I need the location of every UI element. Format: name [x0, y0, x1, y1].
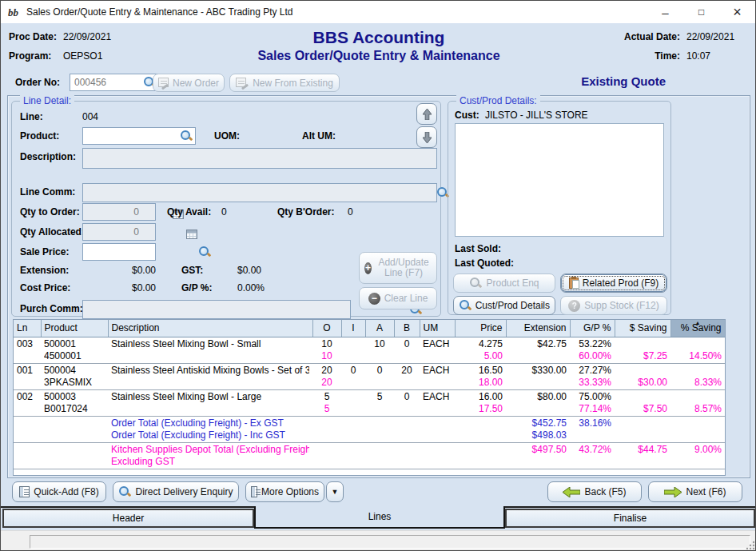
extension-value: $0.00 [106, 265, 156, 276]
more-options-dropdown-button[interactable]: ▼ [326, 481, 344, 502]
cell-um: EACH [420, 389, 455, 416]
program-label: Program: [9, 50, 51, 62]
qty-allocated-label: Qty Allocated: [20, 226, 85, 238]
col-header-gp[interactable]: G/P % [570, 320, 615, 337]
direct-delivery-enquiry-button[interactable]: Direct Delivery Enquiry [113, 481, 239, 502]
description-input[interactable] [82, 148, 437, 169]
col-header-a[interactable]: A [365, 320, 394, 337]
qty-avail-label: Qty Avail: [167, 206, 211, 218]
col-header-product[interactable]: Product [41, 320, 108, 337]
actual-date-value: 22/09/2021 [686, 31, 749, 42]
gp-value: 0.00% [237, 282, 265, 293]
cell-saving-percent [670, 416, 725, 442]
col-header-saving-dollar[interactable]: $ Saving [615, 320, 670, 337]
cell-b: 0 [394, 389, 420, 416]
cell-um [420, 442, 455, 469]
new-from-existing-button[interactable]: New From Existing [229, 74, 340, 92]
col-header-description[interactable]: Description [108, 320, 312, 337]
col-header-o[interactable]: O [312, 320, 341, 337]
line-comm-input[interactable] [82, 183, 437, 202]
col-header-b[interactable]: B [394, 320, 420, 337]
window-title: Sales Order/Quote Entry & Maintenance - … [26, 6, 293, 18]
next-button[interactable]: Next (F6) [648, 481, 742, 502]
new-document-icon [158, 78, 169, 88]
app-window: bb Sales Order/Quote Entry & Maintenance… [0, 0, 756, 551]
chevron-down-icon: ▼ [332, 488, 339, 496]
cell-o: 2020 [312, 363, 341, 389]
search-icon [469, 277, 482, 289]
cell-saving-percent: 8.33% [670, 363, 725, 389]
cell-gp: 75.00%77.14% [570, 389, 615, 416]
new-order-button[interactable]: New Order [153, 74, 225, 92]
qty-allocated-input[interactable] [82, 223, 156, 241]
col-header-saving-percent[interactable]: ▲% Saving [670, 320, 725, 337]
cell-a: 5 [365, 389, 394, 416]
minimize-button[interactable]: – [647, 1, 683, 23]
total-row: Kitchen Supplies Depot Total (Excluding … [14, 442, 725, 469]
line-row[interactable]: 002500003B0017024Stainless Steel Mixing … [14, 389, 725, 416]
purch-comm-input[interactable] [82, 300, 351, 319]
clear-line-button[interactable]: − Clear Line [359, 287, 437, 309]
cust-prod-details-box [455, 123, 664, 237]
resize-grip[interactable] [746, 541, 755, 550]
line-up-button[interactable] [416, 103, 437, 125]
checklist-icon [251, 486, 257, 497]
cell-price: 16.5018.00 [455, 363, 506, 389]
supp-stock-button[interactable]: ? Supp Stock (F12) [560, 296, 667, 315]
product-search-icon[interactable] [180, 130, 193, 142]
close-button[interactable]: × [719, 1, 755, 23]
plus-circle-icon: + [364, 262, 372, 274]
line-row[interactable]: 0015000043PKASMIXStainless Steel Antiski… [14, 363, 725, 389]
cell-extension: $330.00 [506, 363, 570, 389]
sale-price-search-icon[interactable] [198, 246, 211, 258]
more-options-button[interactable]: More Options [245, 481, 324, 502]
col-header-ln[interactable]: Ln [14, 320, 41, 337]
qty-to-order-input[interactable] [82, 203, 156, 221]
clipboard-icon [569, 277, 579, 289]
cell-a [365, 442, 394, 469]
left-arrow-icon [563, 487, 580, 497]
product-enq-button[interactable]: Product Enq [453, 274, 555, 293]
cell-product: 5000043PKASMIX [41, 363, 108, 389]
cell-gp: 43.72% [570, 442, 615, 469]
quick-add-button[interactable]: Quick-Add (F8) [12, 481, 106, 502]
cell-i [341, 416, 365, 442]
cell-gp: 53.22%60.00% [570, 337, 615, 363]
product-label: Product: [20, 130, 59, 142]
maximize-button[interactable]: □ [683, 1, 719, 23]
cell-b: 20 [394, 363, 420, 389]
product-input[interactable] [82, 127, 196, 145]
col-header-i[interactable]: I [341, 320, 365, 337]
tab-header[interactable]: Header [2, 509, 254, 528]
add-update-line-button[interactable]: + Add/Update Line (F7) [359, 252, 437, 284]
tab-lines[interactable]: Lines [254, 506, 505, 529]
cost-price-value: $0.00 [106, 282, 156, 293]
back-button[interactable]: Back (F5) [547, 481, 642, 502]
sort-ascending-icon: ▲ [671, 320, 725, 325]
cust-prod-details-button[interactable]: Cust/Prod Details [453, 296, 555, 315]
cell-price [455, 442, 506, 469]
cell-description: Stainless Steel Mixing Bowl - Small [108, 337, 312, 363]
cell-b [394, 442, 420, 469]
tab-finalise[interactable]: Finalise [505, 509, 755, 528]
sale-price-input[interactable] [82, 243, 156, 261]
related-prod-button[interactable]: Related Prod (F9) [560, 274, 667, 293]
col-header-um[interactable]: UM [420, 320, 455, 337]
cell-b: 0 [394, 337, 420, 363]
col-header-price[interactable]: Price [455, 320, 506, 337]
status-bar [1, 530, 756, 551]
cell-saving-percent: 14.50% [670, 337, 725, 363]
cell-extension: $80.00 [506, 389, 570, 416]
cust-value: JILSTO - JILL'S STORE [485, 110, 588, 121]
line-down-button[interactable] [416, 126, 437, 148]
line-row[interactable]: 0035000014500001Stainless Steel Mixing B… [14, 337, 725, 363]
cell-saving-percent: 9.00% [670, 442, 725, 469]
purch-comm-label: Purch Comm: [20, 303, 83, 314]
col-header-extension[interactable]: Extension [506, 320, 570, 337]
qty-allocated-calculator-icon[interactable] [186, 230, 197, 239]
cell-gp: 38.16% [570, 416, 615, 442]
cell-a: 0 [365, 363, 394, 389]
alt-um-label: Alt UM: [302, 130, 336, 142]
up-arrow-icon [423, 109, 432, 120]
qty-border-label: Qty B'Order: [277, 206, 335, 218]
